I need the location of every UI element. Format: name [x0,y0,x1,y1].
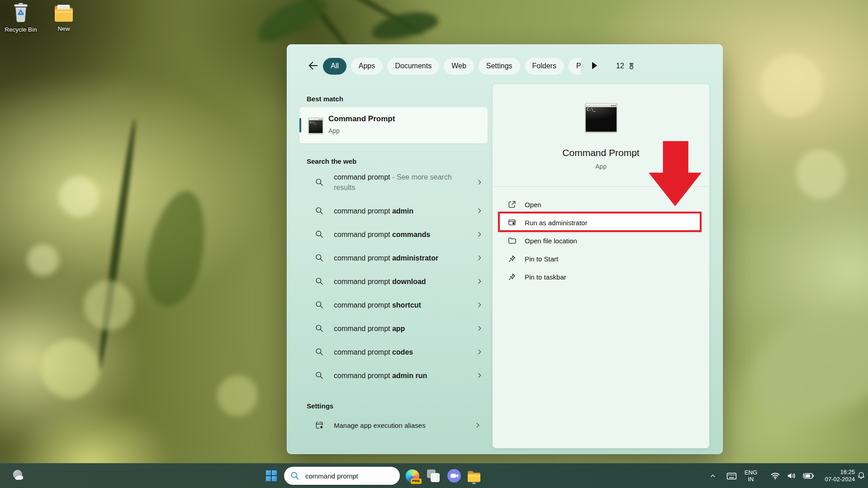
search-flyout: All Apps Documents Web Settings Folders … [287,44,723,454]
rewards-button[interactable]: 12 [616,61,636,71]
date: 07-02-2024 [825,476,855,483]
web-suggestion-row[interactable]: command prompt admin run [299,364,489,387]
folder-icon [53,3,74,22]
chevron-right-icon [476,348,483,355]
chevron-right-icon [476,372,483,379]
search-icon [315,253,324,262]
back-arrow-icon[interactable] [307,59,319,72]
search-icon [315,324,324,333]
tab-label: Apps [359,62,375,70]
start-button[interactable] [262,467,280,485]
preview-badge: PRE [411,479,422,484]
language-indicator[interactable]: ENG IN [742,464,760,488]
action-label: Open file location [525,237,577,245]
copilot-taskbar-button[interactable]: PRE [403,467,422,485]
suggestion-text: command prompt app [334,323,468,334]
tab-label: Photos [576,62,581,70]
settings-item-label: Manage app execution aliases [334,420,468,431]
run-as-admin-icon [508,218,517,227]
settings-item-row[interactable]: Manage app execution aliases [299,413,488,437]
battery-button[interactable] [800,464,816,488]
keyboard-icon [726,470,737,482]
notification-center-button[interactable] [855,464,868,488]
tab-photos[interactable]: Photos [569,58,581,75]
best-match-header: Best match [307,95,343,103]
web-suggestion-row[interactable]: command prompt administrator [299,246,489,270]
web-suggestion-row[interactable]: command prompt - See more search results [299,166,489,199]
web-suggestion-row[interactable]: command prompt app [299,317,489,340]
app-alias-icon [315,421,324,430]
open-external-icon [508,200,517,209]
action-pin-to-start[interactable]: Pin to Start [493,250,709,268]
tabs-scroll-right-icon[interactable] [591,62,598,70]
task-view-button[interactable] [424,467,442,485]
search-input[interactable] [304,472,392,480]
action-open-file-location[interactable]: Open file location [493,232,709,250]
chevron-right-icon [476,179,483,186]
search-icon [315,206,324,215]
action-run-as-administrator[interactable]: Run as administrator [493,213,709,232]
bokeh-light [59,176,100,217]
file-explorer-button[interactable] [465,467,483,485]
suggestion-text: command prompt admin [334,206,468,216]
best-match-result[interactable]: C:\_ Command Prompt App [299,107,488,143]
tab-all[interactable]: All [323,58,346,75]
tray-show-hidden-icons[interactable] [707,464,719,488]
volume-button[interactable] [784,464,799,488]
weather-cloudy-icon [11,469,26,483]
chevron-right-icon [476,231,483,238]
search-filter-tabs: All Apps Documents Web Settings Folders … [323,57,581,76]
search-icon [315,300,324,309]
desktop-icon-new-folder[interactable]: New [45,3,83,32]
recycle-bin-icon [11,2,31,23]
suggestion-text: command prompt administrator [334,253,468,263]
desktop-icon-label: New [45,25,83,32]
tab-apps[interactable]: Apps [351,58,383,75]
web-suggestion-row[interactable]: command prompt codes [299,340,489,364]
tab-settings[interactable]: Settings [479,58,520,75]
bokeh-light [84,280,133,330]
tab-folders[interactable]: Folders [525,58,564,75]
taskbar-search-box[interactable] [284,467,400,485]
language-code: ENG [745,469,757,476]
bokeh-light [27,244,59,276]
tab-documents[interactable]: Documents [387,58,439,75]
time: 16:25 [840,469,855,476]
web-suggestion-row[interactable]: command prompt commands [299,223,489,246]
running-app-indicator [472,483,476,484]
tab-label: Documents [395,62,432,70]
wifi-icon [770,470,781,481]
command-prompt-icon: C:\_ [308,118,323,133]
search-icon [315,178,324,187]
rewards-count: 12 [616,62,624,70]
tab-label: Folders [532,62,556,70]
chat-button[interactable] [445,467,463,485]
best-match-title: Command Prompt [328,114,395,123]
suggestion-text: command prompt commands [334,229,468,240]
bokeh-light [796,149,846,199]
action-label: Pin to taskbar [525,273,566,281]
clock[interactable]: 16:25 07-02-2024 [817,464,855,488]
web-suggestion-row[interactable]: command prompt shortcut [299,293,489,317]
tab-web[interactable]: Web [444,58,474,75]
desktop-icon-recycle-bin[interactable]: Recycle Bin [2,2,40,33]
search-icon [315,230,324,239]
taskbar: PRE [0,463,868,488]
web-suggestion-row[interactable]: command prompt admin [299,199,489,223]
action-pin-to-taskbar[interactable]: Pin to taskbar [493,268,709,286]
file-explorer-icon [467,469,481,483]
touch-keyboard-button[interactable] [724,464,739,488]
suggestion-text: command prompt shortcut [334,300,468,310]
selection-accent-bar [299,118,301,133]
action-label: Pin to Start [525,255,558,263]
pin-icon [508,254,517,263]
widgets-weather-button[interactable] [9,467,28,485]
suggestion-text: command prompt - See more search results [334,172,468,193]
bokeh-light [760,54,823,118]
tab-label: Settings [486,62,512,70]
folder-outline-icon [508,236,517,245]
web-suggestion-row[interactable]: command prompt download [299,270,489,293]
action-label: Open [525,201,541,208]
wifi-button[interactable] [768,464,783,488]
search-icon [290,471,300,481]
